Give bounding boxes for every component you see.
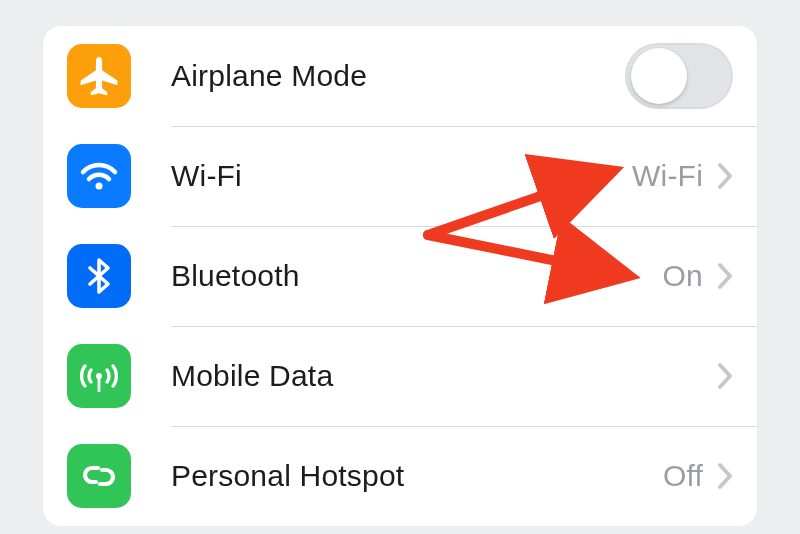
airplane-mode-toggle[interactable] xyxy=(625,43,733,109)
mobile-data-icon xyxy=(67,344,131,408)
chevron-right-icon xyxy=(717,162,733,190)
bluetooth-label: Bluetooth xyxy=(171,259,663,293)
row-bluetooth[interactable]: Bluetooth On xyxy=(43,226,757,326)
settings-group: Airplane Mode Wi-Fi Wi-Fi Bluetooth On xyxy=(43,26,757,526)
wifi-icon xyxy=(67,144,131,208)
personal-hotspot-value: Off xyxy=(663,459,703,493)
chevron-right-icon xyxy=(717,262,733,290)
chevron-right-icon xyxy=(717,462,733,490)
personal-hotspot-icon xyxy=(67,444,131,508)
wifi-label: Wi-Fi xyxy=(171,159,632,193)
toggle-knob xyxy=(631,48,687,104)
airplane-icon xyxy=(67,44,131,108)
airplane-mode-label: Airplane Mode xyxy=(171,59,625,93)
mobile-data-label: Mobile Data xyxy=(171,359,703,393)
svg-rect-2 xyxy=(98,376,101,392)
bluetooth-icon xyxy=(67,244,131,308)
bluetooth-value: On xyxy=(663,259,703,293)
row-personal-hotspot[interactable]: Personal Hotspot Off xyxy=(43,426,757,526)
row-mobile-data[interactable]: Mobile Data xyxy=(43,326,757,426)
personal-hotspot-label: Personal Hotspot xyxy=(171,459,663,493)
row-airplane-mode[interactable]: Airplane Mode xyxy=(43,26,757,126)
row-wifi[interactable]: Wi-Fi Wi-Fi xyxy=(43,126,757,226)
wifi-value: Wi-Fi xyxy=(632,159,703,193)
chevron-right-icon xyxy=(717,362,733,390)
svg-point-0 xyxy=(96,183,103,190)
